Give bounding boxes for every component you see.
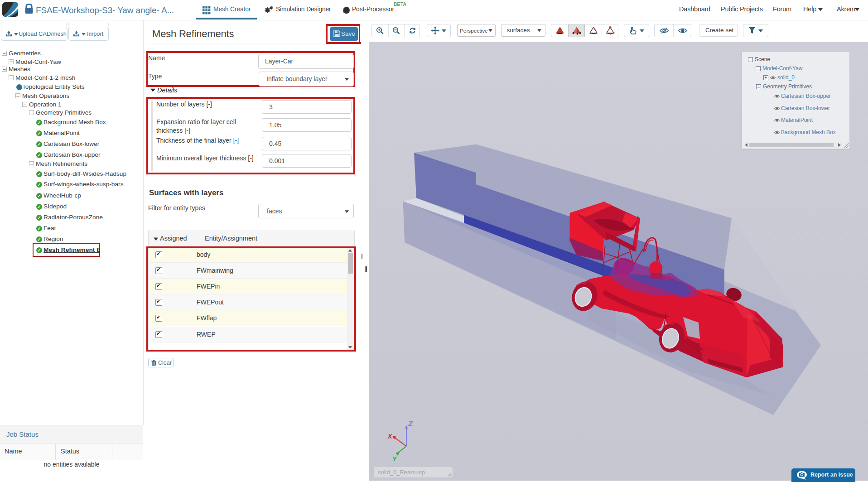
svg-text:X: X xyxy=(387,433,393,440)
svg-text:Z: Z xyxy=(408,419,413,428)
